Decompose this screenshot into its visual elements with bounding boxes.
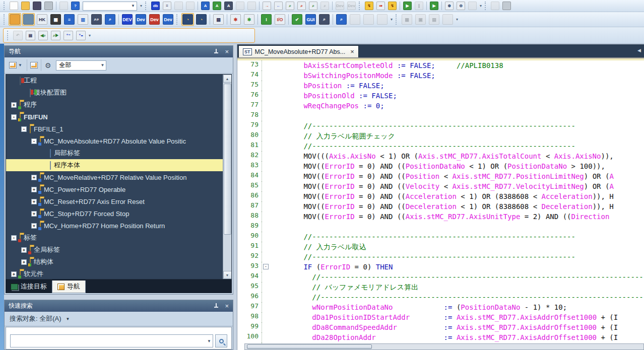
tree-item[interactable]: +程序: [6, 99, 231, 111]
gui-display-button[interactable]: GUI: [304, 13, 317, 26]
find-stop-button[interactable]: ⌕: [296, 1, 307, 11]
tab-close-icon[interactable]: ×: [348, 48, 354, 55]
watch-2-button[interactable]: ◔: [195, 13, 208, 26]
history-window-button[interactable]: HK: [36, 13, 48, 26]
tab-navigation[interactable]: 导航: [52, 281, 86, 293]
label-edit-button[interactable]: I: [260, 13, 273, 26]
toolbar-grip[interactable]: [4, 14, 7, 24]
cross-reference-button[interactable]: db: [150, 1, 161, 11]
search-scope-selector[interactable]: 搜索对象: 全部(A) ▼: [5, 312, 233, 326]
collapse-icon[interactable]: -: [21, 126, 27, 132]
tree-item[interactable]: 模块配置图: [6, 87, 231, 99]
device-memory-button[interactable]: Dev: [135, 13, 147, 26]
expand-icon[interactable]: +: [11, 102, 17, 108]
code-line[interactable]: 85 MOV((ErrorID = 0) AND ((Velocity < Ax…: [237, 181, 644, 191]
code-line[interactable]: 86 MOV((ErrorID = 0) AND ((Acceleration …: [237, 191, 644, 201]
toolbar-overflow-icon[interactable]: ▾: [455, 18, 460, 22]
code-line[interactable]: 87 MOV((ErrorID = 0) AND ((Deceleration …: [237, 201, 644, 212]
float-window-button[interactable]: [501, 1, 512, 11]
code-line[interactable]: 95 // バッファメモリアドレス算出: [237, 282, 644, 292]
code-line[interactable]: 91 // 入力ラベル取込: [237, 242, 644, 252]
program-editor-2-button[interactable]: ▥: [77, 13, 89, 26]
find-prev-magnifier-button[interactable]: ◀⌕: [37, 30, 49, 41]
comment-display-2-button[interactable]: A: [212, 1, 222, 11]
comment-display-1-button[interactable]: A: [200, 1, 211, 11]
scroll-down-icon[interactable]: ▼: [223, 271, 232, 279]
find-device-button[interactable]: ⌕: [308, 1, 318, 11]
print-button[interactable]: [43, 1, 54, 11]
toolbar-grip[interactable]: [485, 2, 488, 10]
expand-icon[interactable]: +: [31, 199, 37, 204]
tab-scroll-left-icon[interactable]: ◀: [637, 48, 641, 53]
toolbar-grip[interactable]: [145, 2, 148, 10]
tree-item[interactable]: -标签: [6, 232, 231, 244]
watch-1-button[interactable]: ◔: [181, 13, 194, 26]
device-search-button[interactable]: ⌕: [318, 13, 331, 26]
code-line[interactable]: 96 //-----------------------------------…: [237, 292, 644, 302]
document-tab[interactable]: ST MC_MoveAbsolute+RD77 Abs... ×: [238, 45, 359, 57]
code-line[interactable]: 75 bPosition := FALSE;: [237, 81, 644, 91]
tree-item[interactable]: +结构体: [6, 256, 231, 268]
save-button[interactable]: [32, 1, 42, 11]
code-line[interactable]: 81 //-----------------------------------…: [237, 141, 644, 151]
tab-connection-target[interactable]: 连接目标: [6, 281, 52, 293]
collapse-icon[interactable]: -: [11, 114, 17, 120]
toolbar-grip[interactable]: [4, 2, 7, 10]
code-line[interactable]: 79 //-----------------------------------…: [237, 121, 644, 131]
tree-item[interactable]: +MC_MoveRelative+RD77 Relative Value Pos…: [6, 171, 231, 183]
comment-display-3-button[interactable]: A: [223, 1, 234, 11]
gear-icon[interactable]: ⚙: [43, 61, 53, 69]
toolbar-overflow-icon[interactable]: ▾: [389, 18, 394, 22]
code-line[interactable]: 93- IF (ErrorID = 0) THEN: [237, 262, 644, 272]
toolbar-overflow-icon[interactable]: ▾: [87, 34, 92, 38]
jump-prev-button[interactable]: ←: [273, 1, 284, 11]
tree-item[interactable]: -FB/FUN: [6, 111, 231, 123]
monitor-write-button[interactable]: ▶: [429, 1, 439, 11]
jump-next-button[interactable]: →: [262, 1, 272, 11]
tree-item-selected[interactable]: 程序本体: [6, 159, 231, 171]
find-next-button[interactable]: ⌕: [285, 1, 295, 11]
code-line[interactable]: 100 dDa28OptionAddr := Axis.stMC_RD77.Ax…: [237, 332, 644, 342]
expand-icon[interactable]: +: [21, 259, 27, 265]
monitor-start-button[interactable]: ▶: [402, 1, 413, 11]
code-line[interactable]: 83 MOV((ErrorID = 0) AND ((PositionDataN…: [237, 161, 644, 171]
insert-contact-1-button[interactable]: ⁺⁼: [62, 30, 74, 41]
code-line[interactable]: 74 bSwitchingPositonMode := FALSE;: [237, 71, 644, 81]
tree-item[interactable]: 局部标签: [6, 147, 231, 159]
tree-item[interactable]: +MC_Reset+RD77 Axis Error Reset: [6, 195, 231, 207]
tree-display-button[interactable]: ▼: [8, 61, 25, 69]
element-selection-button[interactable]: [22, 13, 35, 26]
tree-scrollbar-thumb[interactable]: [224, 84, 231, 235]
toolbar-combobox[interactable]: ▼: [83, 2, 137, 11]
code-line[interactable]: 82 MOV(((Axis.AxisNo < 1) OR (Axis.stMC_…: [237, 151, 644, 161]
toolbar-grip[interactable]: [359, 2, 362, 10]
online-verify-button[interactable]: ↯: [387, 1, 398, 11]
horizontal-scrollbar[interactable]: [244, 343, 644, 350]
fold-collapse-icon[interactable]: -: [263, 264, 269, 269]
zoom-in-button[interactable]: ⊕: [444, 1, 455, 11]
tree-item[interactable]: -MC_MoveAbsolute+RD77 Absolute Value Pos…: [6, 135, 231, 147]
device-list-button[interactable]: ≡: [162, 1, 172, 11]
find-in-window-button[interactable]: ⌕: [104, 13, 116, 26]
tree-item[interactable]: +软元件: [6, 268, 231, 279]
zoom-out-button[interactable]: ⊖: [456, 1, 466, 11]
expand-icon[interactable]: +: [21, 247, 27, 253]
tree-filter-combobox[interactable]: 全部 ▼: [56, 60, 106, 71]
search-input[interactable]: [11, 335, 206, 347]
horizontal-scrollbar-thumb[interactable]: [247, 344, 372, 349]
code-line[interactable]: 99 dDa8CommandSpeedAddr := Axis.stMC_RD7…: [237, 322, 644, 332]
code-line[interactable]: 77 wReqChangePos := 0;: [237, 101, 644, 111]
insert-contact-2-button[interactable]: ⁺₌: [75, 30, 87, 41]
scroll-up-icon[interactable]: ▲: [223, 75, 232, 83]
tree-item[interactable]: -FBFILE_1: [6, 123, 231, 135]
close-icon[interactable]: ×: [225, 303, 229, 309]
find-binoculars-button[interactable]: ⌕⌕: [90, 13, 103, 26]
tree-item[interactable]: +MC_Power+RD77 Operable: [6, 183, 231, 195]
module-button[interactable]: ▦: [49, 13, 62, 26]
device-init-button[interactable]: Dev: [148, 13, 161, 26]
code-line[interactable]: 92 //-----------------------------------…: [237, 252, 644, 262]
code-line[interactable]: 98 dDa1PositionIDStartAddr := Axis.stMC_…: [237, 312, 644, 322]
help-button[interactable]: ?: [70, 1, 81, 11]
navigation-window-button[interactable]: [9, 13, 21, 26]
online-write-button[interactable]: ↯: [364, 1, 374, 11]
